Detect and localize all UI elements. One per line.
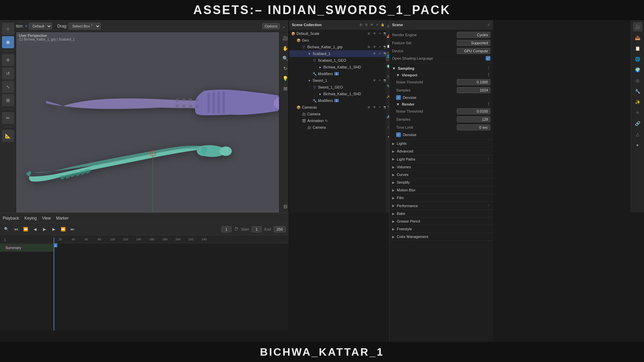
measure-tool-button[interactable]: 📐	[2, 130, 14, 142]
outliner-item-geo[interactable]: 📦 Geo	[289, 37, 389, 44]
eye-icon[interactable]: 👁	[372, 51, 377, 56]
visibility-icon[interactable]: ⊞	[367, 105, 371, 110]
motion-blur-section[interactable]: ▶ Motion Blur	[389, 186, 493, 194]
orientation-dropdown[interactable]: Default	[29, 23, 52, 29]
viewport-camera-button[interactable]: 🎥	[281, 34, 289, 42]
outliner-item-camera[interactable]: 🎥 Camera	[289, 111, 389, 117]
grease-pencil-section[interactable]: ▶ Grease Pencil	[389, 218, 493, 225]
performance-section[interactable]: ▶ Performance ⋮	[389, 202, 493, 210]
modifier-properties-icon[interactable]: 🔧	[633, 86, 642, 96]
select-icon[interactable]: ↗	[377, 78, 382, 83]
light-paths-section[interactable]: ▶ Light Paths ⋮	[389, 155, 493, 163]
object-properties-icon[interactable]: ◎	[633, 76, 642, 85]
world-icon[interactable]: 🌍	[633, 65, 642, 74]
film-section[interactable]: ▶ Film	[389, 194, 493, 202]
view-layer-icon[interactable]: 📋	[633, 44, 642, 53]
sampling-header[interactable]: ▼ Sampling ⋮	[392, 65, 490, 72]
lights-section[interactable]: ▶ Lights	[389, 140, 493, 147]
outliner-options-icon[interactable]: ⚙	[364, 22, 369, 27]
samples-value-2[interactable]: 128	[457, 116, 490, 122]
outliner-filter-icon[interactable]: ⊞	[359, 22, 363, 27]
eye-icon[interactable]: 👁	[372, 105, 377, 110]
viewport-rotate-button[interactable]: ↻	[281, 64, 289, 72]
play-button[interactable]: ▶	[41, 226, 48, 233]
step-back-frame-button[interactable]: ◀	[32, 226, 38, 233]
outliner-item-scabard[interactable]: ✦ Scabard_1 👁 ↗ 📷	[289, 50, 389, 57]
denoise-checkbox-2[interactable]: ✓ Denoise	[396, 132, 416, 137]
viewport-overlay-button[interactable]: ⊞	[281, 84, 289, 93]
view-menu[interactable]: View	[42, 216, 51, 221]
denoise-check-1[interactable]: ✓	[396, 95, 401, 100]
eye-icon[interactable]: 👁	[372, 45, 377, 49]
outliner-cursor-icon[interactable]: ↗	[375, 22, 379, 27]
time-limit-value[interactable]: 0 sec	[457, 124, 490, 130]
simplify-section[interactable]: ▶ Simplify	[389, 179, 493, 186]
physics-icon[interactable]: ⚛	[633, 108, 642, 117]
outliner-item-bichwa-grp[interactable]: ▽ Bichwa_Kattar_1_grp ⊞ 👁 ↗ 📷	[289, 44, 389, 50]
material-icon[interactable]: ●	[633, 140, 642, 149]
eye-icon[interactable]: 👁	[372, 78, 377, 83]
outliner-item-sword1-geo[interactable]: ▽ Sword_1_GEO	[289, 84, 389, 90]
select-tool-button[interactable]: ⊕	[2, 36, 14, 48]
outliner-item-modifiers2[interactable]: 🔧 Modifiers 1	[289, 97, 389, 104]
start-frame-input[interactable]: 1	[252, 226, 262, 232]
noise-threshold-value-2[interactable]: 0.0100	[457, 108, 490, 114]
select-icon[interactable]: ↗	[377, 51, 382, 56]
marker-menu[interactable]: Marker	[56, 216, 68, 221]
volumes-section[interactable]: ▶ Volumes	[389, 163, 493, 171]
render-properties-icon[interactable]: 🎥	[633, 22, 642, 32]
device-value[interactable]: GPU Compute	[457, 48, 490, 54]
outliner-eye-icon[interactable]: 👁	[369, 22, 374, 27]
outliner-item-shd2[interactable]: ● Bichwa_Kattar_1_SHD	[289, 90, 389, 97]
viewport-options-icon[interactable]: ⋮	[487, 73, 490, 77]
render-subsection-header[interactable]: ▼ Render ⋮	[396, 101, 490, 107]
outliner-item-scabard-geo[interactable]: ▽ Scabard_1_GEO	[289, 57, 389, 64]
transform-tool-button[interactable]: ⊞	[2, 94, 14, 106]
end-frame-input[interactable]: 250	[274, 226, 286, 232]
visibility-icon[interactable]: ⊞	[367, 45, 371, 49]
viewport-pan-button[interactable]: ✋	[281, 44, 289, 52]
bake-section[interactable]: ▶ Bake	[389, 210, 493, 218]
particles-icon[interactable]: ✨	[633, 97, 642, 107]
render-engine-value[interactable]: Cycles	[457, 32, 490, 38]
feature-set-value[interactable]: Supported	[457, 40, 490, 46]
outliner-item-camera-sub[interactable]: 🎥 Camera	[289, 124, 389, 131]
step-forward-button[interactable]: ⏩	[60, 226, 66, 233]
viewport-subsection-header[interactable]: ▼ Viewport ⋮	[396, 72, 490, 78]
keying-menu[interactable]: Keying	[24, 216, 37, 221]
outliner-item-modifiers1[interactable]: 🔧 Modifiers 1	[289, 70, 389, 77]
curves-section[interactable]: ▶ Curves	[389, 171, 493, 179]
select-icon[interactable]: ↗	[377, 105, 382, 110]
outliner-restrict-icon[interactable]: 🔒	[380, 22, 385, 27]
playback-menu[interactable]: Playback	[3, 216, 19, 221]
light-paths-options[interactable]: ⋮	[487, 157, 490, 161]
step-back-button[interactable]: ⏪	[22, 226, 29, 233]
cursor-tool-button[interactable]: ⊹	[2, 23, 14, 35]
freestyle-section[interactable]: ▶ Freestyle	[389, 225, 493, 233]
select-icon[interactable]: ↗	[377, 45, 382, 49]
select-icon[interactable]: ↗	[377, 31, 382, 36]
current-frame-display[interactable]: 1	[221, 226, 231, 232]
rotate-tool-button[interactable]: ↺	[2, 67, 14, 79]
jump-to-start-button[interactable]: ⏮	[13, 226, 19, 233]
visibility-icon[interactable]: ⊞	[367, 31, 371, 36]
render-options-icon[interactable]: ⋮	[487, 102, 490, 106]
outliner-item-animation[interactable]: 🎬 Animation ↻	[289, 117, 389, 124]
sampling-options-icon[interactable]: ⋮	[487, 66, 490, 70]
outliner-item-shd1[interactable]: ● Bichwa_Kattar_1_SHD	[289, 64, 389, 70]
denoise-checkbox-1[interactable]: ✓ Denoise	[396, 95, 416, 100]
advanced-section[interactable]: ▶ Advanced	[389, 147, 493, 155]
step-forward-frame-button[interactable]: ▶	[50, 226, 57, 233]
outliner-item-sword1[interactable]: ✦ Sword_1 👁 ↗ 📷	[289, 77, 389, 84]
move-tool-button[interactable]: ✛	[2, 54, 14, 66]
scene-properties-icon[interactable]: 🌐	[633, 54, 642, 64]
annotate-tool-button[interactable]: ✏	[2, 112, 14, 124]
timeline-body[interactable]: 1	[54, 243, 288, 330]
options-button[interactable]: Options	[262, 23, 280, 29]
open-shading-checkbox[interactable]: ✓	[486, 56, 490, 61]
viewport-grid-button[interactable]: ⊟	[281, 202, 289, 210]
noise-threshold-value-1[interactable]: 0.1000	[457, 79, 490, 85]
color-management-section[interactable]: ▶ Color Management	[389, 233, 493, 241]
eye-icon[interactable]: 👁	[372, 31, 377, 36]
output-properties-icon[interactable]: 📤	[633, 33, 642, 42]
